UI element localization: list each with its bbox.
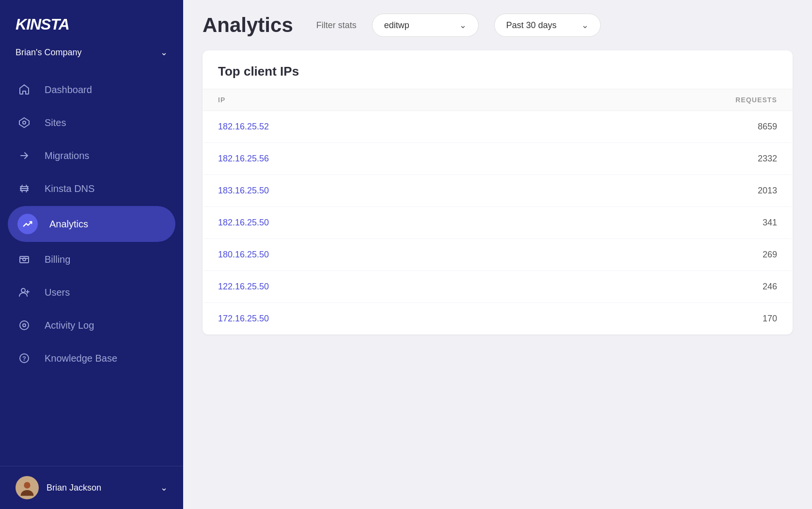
knowledge-base-icon: ?	[16, 350, 33, 367]
users-icon	[16, 284, 33, 301]
avatar	[16, 476, 39, 499]
requests-val-1: 8659	[680, 122, 777, 132]
ip-link-7[interactable]: 172.16.25.50	[218, 314, 680, 324]
sidebar-item-kinsta-dns[interactable]: Kinsta DNS	[0, 172, 183, 205]
requests-val-4: 341	[680, 218, 777, 228]
company-chevron-icon: ⌄	[160, 47, 168, 58]
sidebar-item-label-kinsta-dns: Kinsta DNS	[45, 183, 94, 194]
sites-icon	[16, 114, 33, 131]
table-row: 172.16.25.50 170	[203, 303, 793, 334]
site-filter-dropdown[interactable]: editwp ⌄	[372, 14, 479, 37]
company-selector[interactable]: Brian's Company ⌄	[0, 43, 183, 69]
user-profile[interactable]: Brian Jackson ⌄	[0, 466, 183, 509]
sidebar: KINSTA Brian's Company ⌄ Dashboard Sites	[0, 0, 183, 509]
site-filter-value: editwp	[384, 20, 409, 31]
time-filter-dropdown[interactable]: Past 30 days ⌄	[494, 14, 601, 37]
content-area: Top client IPs IP REQUESTS 182.16.25.52 …	[183, 50, 812, 509]
requests-val-6: 246	[680, 282, 777, 292]
user-chevron-icon: ⌄	[160, 482, 168, 493]
svg-marker-0	[19, 118, 29, 127]
table-header: IP REQUESTS	[203, 89, 793, 111]
filter-stats-label: Filter stats	[316, 20, 357, 31]
table-row: 180.16.25.50 269	[203, 239, 793, 271]
svg-rect-2	[20, 256, 29, 263]
sidebar-item-analytics[interactable]: Analytics	[8, 206, 175, 242]
page-title: Analytics	[203, 14, 293, 37]
sidebar-item-label-dashboard: Dashboard	[45, 84, 92, 95]
sidebar-item-migrations[interactable]: Migrations	[0, 139, 183, 172]
logo-area: KINSTA	[0, 0, 183, 43]
time-filter-chevron-icon: ⌄	[581, 20, 589, 31]
time-filter-value: Past 30 days	[506, 20, 557, 31]
sidebar-item-knowledge-base[interactable]: ? Knowledge Base	[0, 342, 183, 375]
ip-link-4[interactable]: 182.16.25.50	[218, 218, 680, 228]
dashboard-icon	[16, 81, 33, 98]
requests-val-7: 170	[680, 314, 777, 324]
ip-link-1[interactable]: 182.16.25.52	[218, 122, 680, 132]
sidebar-item-label-billing: Billing	[45, 254, 70, 265]
ip-link-2[interactable]: 182.16.25.56	[218, 154, 680, 164]
table-row: 182.16.25.52 8659	[203, 111, 793, 143]
sidebar-nav: Dashboard Sites Migrations	[0, 69, 183, 466]
sidebar-item-label-activity-log: Activity Log	[45, 320, 94, 331]
sidebar-item-users[interactable]: Users	[0, 276, 183, 309]
svg-point-1	[23, 121, 26, 124]
user-name: Brian Jackson	[47, 483, 153, 493]
top-bar: Analytics Filter stats editwp ⌄ Past 30 …	[183, 0, 812, 50]
table-row: 122.16.25.50 246	[203, 271, 793, 303]
sidebar-item-dashboard[interactable]: Dashboard	[0, 73, 183, 106]
billing-icon	[16, 251, 33, 268]
site-filter-chevron-icon: ⌄	[459, 20, 467, 31]
requests-val-3: 2013	[680, 186, 777, 196]
sidebar-item-label-analytics: Analytics	[49, 219, 88, 230]
sidebar-item-sites[interactable]: Sites	[0, 106, 183, 139]
svg-point-10	[24, 482, 30, 488]
sidebar-item-label-migrations: Migrations	[45, 150, 89, 161]
requests-val-2: 2332	[680, 154, 777, 164]
svg-point-4	[21, 288, 25, 292]
sidebar-item-label-knowledge-base: Knowledge Base	[45, 353, 117, 364]
activity-log-icon	[16, 317, 33, 334]
top-client-ips-card: Top client IPs IP REQUESTS 182.16.25.52 …	[203, 50, 793, 334]
sidebar-item-label-sites: Sites	[45, 117, 66, 128]
main-content: Analytics Filter stats editwp ⌄ Past 30 …	[183, 0, 812, 509]
col-header-ip: IP	[218, 96, 680, 104]
analytics-icon	[17, 214, 38, 234]
svg-point-6	[23, 324, 26, 327]
table-title: Top client IPs	[203, 50, 793, 89]
sidebar-item-activity-log[interactable]: Activity Log	[0, 309, 183, 342]
col-header-requests: REQUESTS	[680, 96, 777, 104]
table-row: 183.16.25.50 2013	[203, 175, 793, 207]
company-name: Brian's Company	[16, 48, 82, 58]
ip-link-6[interactable]: 122.16.25.50	[218, 282, 680, 292]
svg-text:?: ?	[22, 355, 26, 362]
table-row: 182.16.25.56 2332	[203, 143, 793, 175]
table-row: 182.16.25.50 341	[203, 207, 793, 239]
migrations-icon	[16, 147, 33, 164]
ip-link-3[interactable]: 183.16.25.50	[218, 186, 680, 196]
kinsta-logo: KINSTA	[16, 16, 168, 33]
requests-val-5: 269	[680, 250, 777, 260]
sidebar-item-billing[interactable]: Billing	[0, 243, 183, 276]
svg-point-5	[20, 321, 29, 330]
kinsta-dns-icon	[16, 180, 33, 197]
ip-link-5[interactable]: 180.16.25.50	[218, 250, 680, 260]
sidebar-item-label-users: Users	[45, 287, 70, 298]
